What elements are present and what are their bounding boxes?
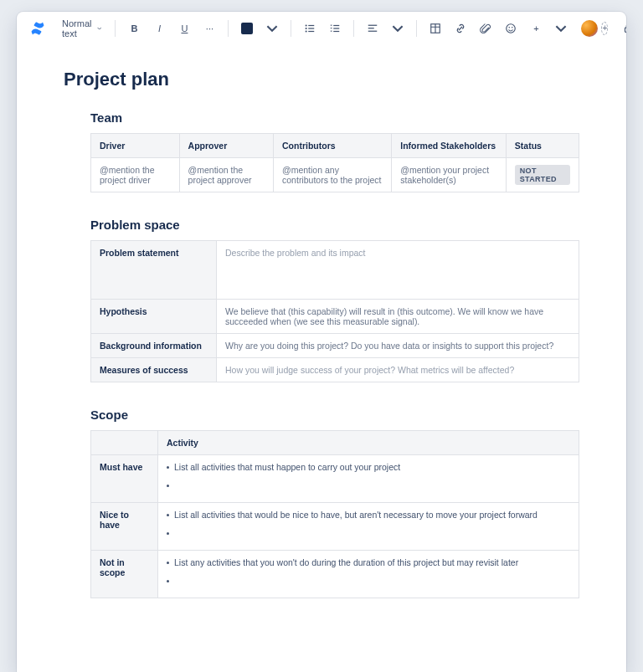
- col-status[interactable]: Status: [506, 134, 579, 158]
- numbered-list-icon: [329, 23, 341, 34]
- separator: [291, 20, 291, 37]
- italic-button[interactable]: I: [149, 18, 169, 38]
- table-row: Hypothesis We believe that (this capabil…: [91, 300, 579, 334]
- bullet-icon: [167, 466, 169, 469]
- cell-must-have[interactable]: List all activities that must happen to …: [158, 455, 579, 503]
- table-row: @mention the project driver @mention the…: [91, 158, 579, 192]
- underline-button[interactable]: U: [174, 18, 194, 38]
- table-row: Background information Why are you doing…: [91, 334, 579, 358]
- separator: [228, 20, 229, 37]
- svg-rect-5: [309, 30, 315, 31]
- col-activity[interactable]: Activity: [158, 431, 579, 455]
- separator: [115, 20, 116, 37]
- row-nice-to-have[interactable]: Nice to have: [91, 503, 158, 551]
- bullet-icon: [167, 580, 169, 582]
- bold-button[interactable]: B: [124, 18, 144, 38]
- svg-point-18: [507, 23, 516, 33]
- cell-background[interactable]: Why are you doing this project? Do you h…: [217, 334, 579, 358]
- svg-rect-10: [331, 28, 332, 28]
- separator: [416, 20, 417, 37]
- insert-dropdown[interactable]: [551, 18, 571, 38]
- confluence-logo-icon: [30, 21, 45, 36]
- cell-informed[interactable]: @mention your project stakeholder(s): [392, 158, 507, 192]
- editor-toolbar: Normal text B I U ···: [17, 12, 626, 45]
- text-style-dropdown[interactable]: Normal text: [57, 18, 106, 38]
- more-formatting-button[interactable]: ···: [199, 18, 219, 38]
- svg-rect-1: [309, 24, 315, 25]
- cell-driver[interactable]: @mention the project driver: [91, 158, 180, 192]
- corner-cell[interactable]: [91, 431, 158, 455]
- svg-point-19: [509, 26, 511, 28]
- row-problem-statement[interactable]: Problem statement: [91, 241, 217, 300]
- table-header-row: Driver Approver Contributors Informed St…: [91, 134, 579, 158]
- svg-rect-21: [625, 28, 626, 32]
- table-row: Problem statement Describe the problem a…: [91, 241, 579, 300]
- row-must-have[interactable]: Must have: [91, 455, 158, 503]
- team-table[interactable]: Driver Approver Contributors Informed St…: [90, 133, 579, 192]
- row-not-in-scope[interactable]: Not in scope: [91, 551, 158, 598]
- numbered-list-button[interactable]: [325, 18, 345, 38]
- svg-point-20: [512, 26, 513, 28]
- col-driver[interactable]: Driver: [91, 134, 180, 158]
- restrictions-button[interactable]: [618, 18, 626, 38]
- text-color-dropdown[interactable]: [262, 18, 282, 38]
- text-color-button[interactable]: [237, 18, 257, 38]
- svg-point-4: [306, 30, 307, 32]
- table-header-row: Activity: [91, 431, 579, 455]
- row-background[interactable]: Background information: [91, 334, 217, 358]
- editor-window: Normal text B I U ···: [17, 12, 626, 672]
- table-row: Must have List all activities that must …: [91, 455, 579, 503]
- problem-heading[interactable]: Problem space: [90, 218, 579, 232]
- attachment-button[interactable]: [476, 18, 496, 38]
- col-contributors[interactable]: Contributors: [274, 134, 392, 158]
- svg-rect-7: [334, 28, 340, 28]
- cell-not-in-scope[interactable]: List any activities that you won't do du…: [158, 551, 579, 598]
- row-measures[interactable]: Measures of success: [91, 358, 217, 382]
- svg-point-2: [306, 27, 307, 28]
- svg-rect-3: [309, 28, 315, 28]
- status-badge[interactable]: NOT STARTED: [515, 165, 570, 185]
- svg-rect-14: [368, 30, 378, 31]
- svg-point-0: [306, 24, 307, 26]
- paperclip-icon: [480, 23, 491, 34]
- insert-button[interactable]: +: [526, 18, 546, 38]
- bullet-icon: [167, 532, 169, 535]
- align-left-icon: [367, 23, 378, 34]
- section-scope: Scope Activity Must have List all activi…: [90, 408, 579, 598]
- bullet-list-button[interactable]: [300, 18, 320, 38]
- align-button[interactable]: [363, 18, 383, 38]
- svg-rect-13: [368, 28, 374, 28]
- cell-status[interactable]: NOT STARTED: [506, 158, 579, 192]
- link-button[interactable]: [450, 18, 471, 38]
- col-informed[interactable]: Informed Stakeholders: [392, 134, 507, 158]
- cell-problem-statement[interactable]: Describe the problem and its impact: [217, 241, 579, 300]
- table-button[interactable]: [425, 18, 445, 38]
- svg-rect-8: [334, 30, 340, 31]
- cell-contributors[interactable]: @mention any contributors to the project: [274, 158, 392, 192]
- chevron-down-icon: [97, 25, 101, 32]
- scope-table[interactable]: Activity Must have List all activities t…: [90, 430, 579, 598]
- team-heading[interactable]: Team: [90, 110, 579, 125]
- align-dropdown[interactable]: [388, 18, 408, 38]
- row-hypothesis[interactable]: Hypothesis: [91, 300, 217, 334]
- bullet-icon: [167, 562, 169, 564]
- table-row: Measures of success How you will judge s…: [91, 358, 579, 382]
- page-title[interactable]: Project plan: [64, 69, 579, 90]
- list-item: List all activities that would be nice t…: [174, 510, 538, 520]
- problem-table[interactable]: Problem statement Describe the problem a…: [90, 240, 579, 382]
- add-collaborator-button[interactable]: +: [601, 22, 608, 35]
- list-item: List any activities that you won't do du…: [174, 557, 518, 567]
- table-row: Not in scope List any activities that yo…: [91, 551, 579, 598]
- col-approver[interactable]: Approver: [179, 134, 273, 158]
- user-avatar[interactable]: [581, 20, 598, 37]
- cell-nice-to-have[interactable]: List all activities that would be nice t…: [158, 503, 579, 551]
- emoji-button[interactable]: [501, 18, 521, 38]
- cell-approver[interactable]: @mention the project approver: [179, 158, 273, 192]
- cell-measures[interactable]: How you will judge success of your proje…: [217, 358, 579, 382]
- lock-icon: [622, 23, 626, 34]
- document-body[interactable]: Project plan Team Driver Approver Contri…: [17, 45, 626, 672]
- bullet-icon: [167, 485, 169, 487]
- section-problem-space: Problem space Problem statement Describe…: [90, 218, 579, 382]
- scope-heading[interactable]: Scope: [90, 408, 579, 422]
- cell-hypothesis[interactable]: We believe that (this capability) will r…: [217, 300, 579, 334]
